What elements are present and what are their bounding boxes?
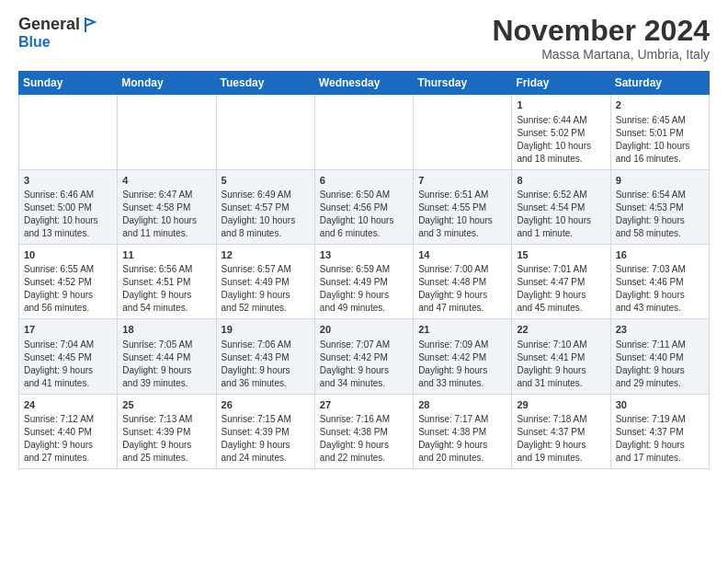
day-info-line: and 18 minutes. [517,153,605,166]
calendar-row: 3Sunrise: 6:46 AMSunset: 5:00 PMDaylight… [19,169,710,244]
month-title: November 2024 [492,15,710,47]
calendar-cell: 3Sunrise: 6:46 AMSunset: 5:00 PMDaylight… [19,169,118,244]
calendar-cell: 21Sunrise: 7:09 AMSunset: 4:42 PMDayligh… [414,319,512,394]
calendar-cell: 8Sunrise: 6:52 AMSunset: 4:54 PMDaylight… [512,169,610,244]
day-info-line: and 16 minutes. [616,153,704,166]
day-info-line: Sunrise: 7:04 AM [24,339,112,351]
day-info-line: Sunrise: 7:10 AM [517,339,605,351]
day-info-line: and 24 minutes. [222,452,310,465]
day-number: 25 [122,398,210,412]
day-info-line: Sunrise: 7:07 AM [320,339,408,351]
day-info-line: Sunset: 4:39 PM [122,426,210,439]
calendar-cell: 16Sunrise: 7:03 AMSunset: 4:46 PMDayligh… [610,244,709,318]
day-info-line: Daylight: 9 hours [24,439,112,452]
day-info-line: and 41 minutes. [24,377,112,390]
day-info-line: Sunrise: 6:46 AM [24,189,112,201]
day-info-line: Sunset: 5:01 PM [616,127,704,140]
day-info-line: Sunset: 4:40 PM [24,426,112,439]
day-info-line: and 25 minutes. [122,452,210,465]
day-info-line: Sunset: 5:00 PM [24,201,112,214]
day-info-line: Daylight: 9 hours [222,439,310,452]
day-number: 30 [616,398,704,412]
location-text: Massa Martana, Umbria, Italy [492,47,710,62]
calendar-cell: 28Sunrise: 7:17 AMSunset: 4:38 PMDayligh… [414,394,512,468]
day-number: 7 [418,174,506,188]
weekday-header-wednesday: Wednesday [314,72,413,95]
calendar-cell: 20Sunrise: 7:07 AMSunset: 4:42 PMDayligh… [314,319,413,394]
day-info-line: and 19 minutes. [517,452,605,465]
day-info-line: Sunrise: 7:13 AM [122,413,210,426]
day-info-line: Sunset: 4:53 PM [616,201,704,214]
day-number: 13 [320,248,408,262]
day-info-line: Sunset: 5:02 PM [517,127,605,140]
calendar-cell: 10Sunrise: 6:55 AMSunset: 4:52 PMDayligh… [19,244,118,318]
calendar-cell: 13Sunrise: 6:59 AMSunset: 4:49 PMDayligh… [314,244,413,318]
day-info-line: Daylight: 10 hours [320,214,408,227]
day-info-line: Daylight: 10 hours [616,140,704,153]
day-info-line: Daylight: 9 hours [418,289,506,302]
calendar-row: 17Sunrise: 7:04 AMSunset: 4:45 PMDayligh… [19,319,710,394]
title-block: November 2024 Massa Martana, Umbria, Ita… [492,15,710,62]
calendar-cell: 29Sunrise: 7:18 AMSunset: 4:37 PMDayligh… [512,394,610,468]
day-info-line: Daylight: 9 hours [517,439,605,452]
calendar-cell: 14Sunrise: 7:00 AMSunset: 4:48 PMDayligh… [414,244,512,318]
day-info-line: Sunrise: 6:49 AM [222,189,310,201]
day-info-line: and 36 minutes. [222,377,310,390]
day-info-line: and 29 minutes. [616,377,704,390]
day-info-line: Daylight: 10 hours [122,214,210,227]
calendar-cell: 17Sunrise: 7:04 AMSunset: 4:45 PMDayligh… [19,319,118,394]
day-number: 21 [418,323,506,337]
calendar-cell: 12Sunrise: 6:57 AMSunset: 4:49 PMDayligh… [216,244,314,318]
calendar-body: 1Sunrise: 6:44 AMSunset: 5:02 PMDaylight… [19,95,710,469]
calendar-cell: 9Sunrise: 6:54 AMSunset: 4:53 PMDaylight… [610,169,709,244]
calendar-cell [414,95,512,169]
day-info-line: Daylight: 9 hours [122,289,210,302]
day-info-line: Sunset: 4:37 PM [616,426,704,439]
day-info-line: Daylight: 9 hours [122,364,210,377]
day-number: 23 [616,323,704,337]
calendar-cell [314,95,413,169]
header: General Blue November 2024 Massa Martana… [18,15,710,62]
day-info-line: Sunset: 4:38 PM [418,426,506,439]
day-info-line: Daylight: 9 hours [122,439,210,452]
day-number: 22 [517,323,605,337]
calendar-cell: 1Sunrise: 6:44 AMSunset: 5:02 PMDaylight… [512,95,610,169]
day-info-line: Daylight: 9 hours [616,439,704,452]
day-info-line: Sunrise: 6:57 AM [222,263,310,276]
day-info-line: and 54 minutes. [122,302,210,315]
day-info-line: Sunset: 4:51 PM [122,276,210,289]
calendar-cell: 15Sunrise: 7:01 AMSunset: 4:47 PMDayligh… [512,244,610,318]
day-info-line: and 52 minutes. [222,302,310,315]
day-info-line: Daylight: 10 hours [517,140,605,153]
day-info-line: Sunrise: 6:47 AM [122,189,210,201]
day-number: 4 [122,174,210,188]
day-info-line: and 56 minutes. [24,302,112,315]
day-info-line: and 31 minutes. [517,377,605,390]
day-info-line: Sunset: 4:43 PM [222,351,310,364]
calendar-cell: 30Sunrise: 7:19 AMSunset: 4:37 PMDayligh… [610,394,709,468]
day-number: 17 [24,323,112,337]
calendar-cell: 5Sunrise: 6:49 AMSunset: 4:57 PMDaylight… [216,169,314,244]
weekday-header-saturday: Saturday [610,72,709,95]
calendar-cell: 4Sunrise: 6:47 AMSunset: 4:58 PMDaylight… [118,169,216,244]
weekday-header-friday: Friday [512,72,610,95]
day-info-line: Sunset: 4:39 PM [222,426,310,439]
calendar-row: 1Sunrise: 6:44 AMSunset: 5:02 PMDaylight… [19,95,710,169]
day-info-line: Sunrise: 6:52 AM [517,189,605,201]
day-info-line: Sunrise: 7:06 AM [222,339,310,351]
day-info-line: and 8 minutes. [222,227,310,240]
day-number: 18 [122,323,210,337]
day-info-line: Sunset: 4:58 PM [122,201,210,214]
day-info-line: and 17 minutes. [616,452,704,465]
weekday-header-row: SundayMondayTuesdayWednesdayThursdayFrid… [19,72,710,95]
day-number: 11 [122,248,210,262]
weekday-header-tuesday: Tuesday [216,72,314,95]
day-info-line: Sunset: 4:40 PM [616,351,704,364]
day-info-line: and 58 minutes. [616,227,704,240]
logo: General Blue [18,15,100,51]
day-info-line: Daylight: 9 hours [24,289,112,302]
day-info-line: Sunset: 4:42 PM [418,351,506,364]
day-info-line: Sunrise: 6:50 AM [320,189,408,201]
day-number: 10 [24,248,112,262]
day-info-line: Daylight: 9 hours [418,439,506,452]
